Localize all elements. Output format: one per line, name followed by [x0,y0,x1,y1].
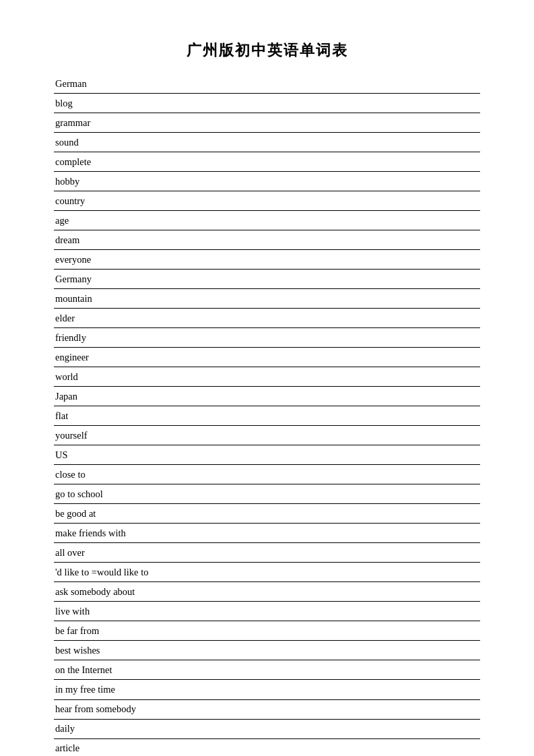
word-entry: be good at [54,504,480,524]
word-entry: elder [54,309,480,328]
word-entry: all over [54,543,480,563]
word-entry: yourself [54,426,480,445]
word-entry: live with [54,602,480,621]
word-entry: make friends with [54,524,480,543]
page: 广州版初中英语单词表 Germanbloggrammarsoundcomplet… [0,0,534,756]
word-entry: article [54,739,480,756]
word-entry: go to school [54,484,480,504]
word-entry: close to [54,465,480,484]
word-entry: best wishes [54,641,480,660]
word-entry: everyone [54,250,480,270]
word-entry: age [54,211,480,230]
word-entry: ask somebody about [54,582,480,602]
word-entry: flat [54,406,480,426]
word-entry: world [54,367,480,387]
word-entry: US [54,445,480,465]
word-entry: Japan [54,387,480,406]
word-entry: grammar [54,113,480,133]
word-entry: hear from somebody [54,700,480,720]
word-list: Germanbloggrammarsoundcompletehobbycount… [54,74,480,756]
word-entry: be far from [54,621,480,641]
word-entry: country [54,191,480,211]
word-entry: sound [54,133,480,152]
word-entry: engineer [54,348,480,367]
page-title: 广州版初中英语单词表 [54,40,480,61]
word-entry: in my free time [54,680,480,699]
word-entry: German [54,74,480,94]
word-entry: Germany [54,270,480,289]
word-entry: on the Internet [54,660,480,680]
word-entry: daily [54,720,480,739]
word-entry: blog [54,94,480,113]
word-entry: mountain [54,289,480,309]
word-entry: complete [54,152,480,172]
word-entry: 'd like to =would like to [54,563,480,582]
word-entry: hobby [54,172,480,191]
word-entry: dream [54,230,480,250]
word-entry: friendly [54,328,480,348]
